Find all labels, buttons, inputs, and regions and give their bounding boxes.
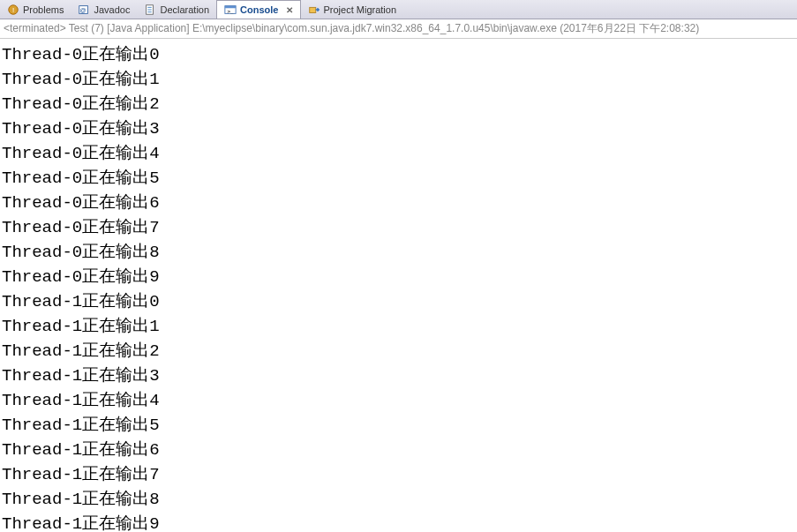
console-line: Thread-1正在输出8: [2, 487, 795, 512]
console-line: Thread-0正在输出5: [2, 166, 795, 191]
console-line: Thread-0正在输出0: [2, 42, 795, 67]
console-line: Thread-1正在输出3: [2, 363, 795, 388]
console-line: Thread-0正在输出2: [2, 92, 795, 116]
tab-problems[interactable]: ! Problems: [0, 0, 71, 19]
console-output[interactable]: Thread-0正在输出0Thread-0正在输出1Thread-0正在输出2T…: [0, 39, 797, 532]
tab-label: Project Migration: [324, 4, 397, 15]
console-line: Thread-1正在输出9: [2, 512, 795, 532]
console-line: Thread-1正在输出5: [2, 413, 795, 438]
console-line: Thread-0正在输出6: [2, 191, 795, 215]
console-line: Thread-0正在输出7: [2, 215, 795, 240]
svg-text:>_: >_: [228, 8, 235, 14]
console-line: Thread-1正在输出2: [2, 339, 795, 363]
tab-label: Javadoc: [94, 4, 130, 15]
console-line: Thread-1正在输出0: [2, 289, 795, 314]
tab-declaration[interactable]: Declaration: [137, 0, 216, 19]
tab-label: Console: [240, 4, 278, 15]
close-icon[interactable]: ✕: [286, 5, 293, 15]
console-line: Thread-0正在输出9: [2, 265, 795, 289]
tab-javadoc[interactable]: @ Javadoc: [71, 0, 137, 19]
tab-label: Declaration: [160, 4, 209, 15]
tab-console[interactable]: >_ Console ✕: [216, 0, 300, 19]
console-line: Thread-0正在输出4: [2, 141, 795, 166]
console-line: Thread-0正在输出3: [2, 116, 795, 141]
tab-project-migration[interactable]: Project Migration: [301, 0, 404, 19]
console-line: Thread-1正在输出1: [2, 314, 795, 339]
svg-text:!: !: [12, 5, 14, 13]
svg-rect-11: [309, 7, 315, 12]
console-line: Thread-1正在输出4: [2, 388, 795, 413]
migration-icon: [308, 4, 320, 16]
problems-icon: !: [7, 4, 19, 16]
console-line: Thread-1正在输出6: [2, 438, 795, 462]
javadoc-icon: @: [78, 4, 90, 16]
svg-text:@: @: [80, 6, 86, 12]
console-icon: >_: [224, 4, 237, 16]
tab-label: Problems: [23, 4, 64, 15]
tab-bar: ! Problems @ Javadoc Declaration >_ Cons…: [0, 0, 797, 19]
declaration-icon: [144, 4, 156, 16]
console-line: Thread-1正在输出7: [2, 462, 795, 487]
console-status: <terminated> Test (7) [Java Application]…: [0, 19, 797, 39]
console-line: Thread-0正在输出1: [2, 67, 795, 92]
console-line: Thread-0正在输出8: [2, 240, 795, 265]
